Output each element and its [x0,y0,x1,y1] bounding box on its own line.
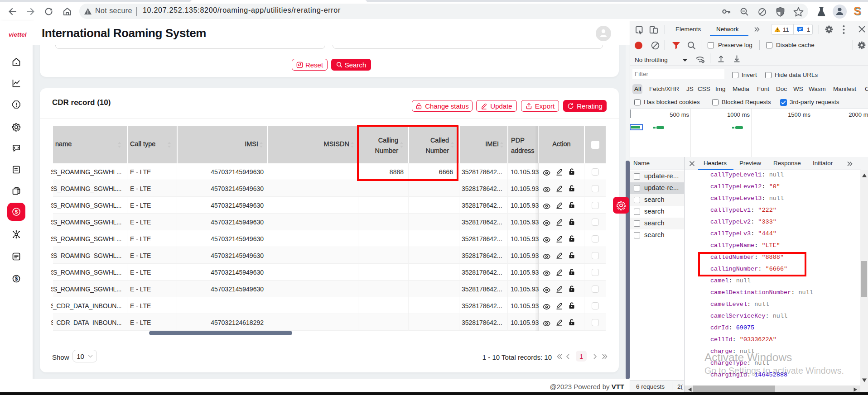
svg-text:$: $ [15,276,18,282]
svg-text:$: $ [15,209,18,214]
